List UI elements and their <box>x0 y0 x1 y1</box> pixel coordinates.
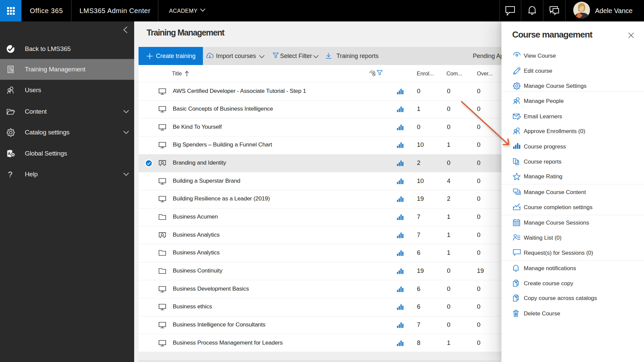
svg-text:A: A <box>8 152 11 156</box>
